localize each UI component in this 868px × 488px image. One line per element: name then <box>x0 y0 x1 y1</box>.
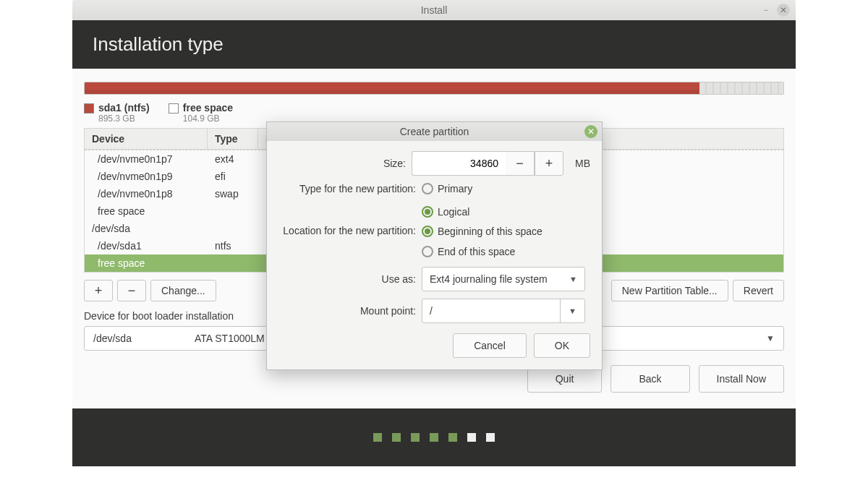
mount-point-label: Mount point: <box>278 305 416 317</box>
back-button[interactable]: Back <box>610 365 689 393</box>
revert-button[interactable]: Revert <box>733 280 784 301</box>
legend-swatch-free <box>169 103 179 114</box>
close-icon[interactable]: ✕ <box>777 4 790 17</box>
create-partition-dialog: Create partition ✕ Size: − + MB Type for… <box>266 121 603 370</box>
dialog-close-icon[interactable]: ✕ <box>584 125 597 138</box>
disk-legend: sda1 (ntfs) 895.3 GB free space 104.9 GB <box>84 102 784 124</box>
col-device[interactable]: Device <box>85 129 208 149</box>
radio-icon <box>422 183 433 194</box>
dialog-title: Create partition <box>400 126 469 137</box>
window-title: Install <box>421 4 448 16</box>
disk-usage-bar <box>84 82 784 95</box>
window-titlebar: Install − ✕ <box>72 0 796 20</box>
pager-dot[interactable] <box>486 433 495 442</box>
page-heading: Installation type <box>72 20 796 69</box>
mount-point-combo[interactable]: / ▼ <box>422 299 585 323</box>
install-now-button[interactable]: Install Now <box>699 365 784 393</box>
dialog-ok-button[interactable]: OK <box>534 333 590 358</box>
legend-free-label: free space <box>183 102 233 114</box>
radio-icon <box>422 246 433 257</box>
legend-swatch-used <box>84 103 94 114</box>
radio-location-end[interactable]: End of this space <box>422 246 515 257</box>
wizard-pager <box>72 408 796 466</box>
pager-dot[interactable] <box>392 433 401 442</box>
disk-used-segment <box>85 82 699 94</box>
chevron-down-icon: ▼ <box>766 333 775 343</box>
pager-dot[interactable] <box>430 433 438 442</box>
radio-primary[interactable]: Primary <box>422 183 472 194</box>
radio-icon <box>422 226 433 237</box>
chevron-down-icon: ▼ <box>569 307 576 315</box>
use-as-select[interactable]: Ext4 journaling file system ▼ <box>422 267 585 291</box>
remove-partition-button[interactable]: − <box>117 280 146 301</box>
partition-type-label: Type for the new partition: <box>278 183 416 194</box>
size-increment-button[interactable]: + <box>535 151 563 176</box>
partition-location-label: Location for the new partition: <box>278 225 416 236</box>
legend-used-label: sda1 (ntfs) <box>98 102 150 114</box>
minimize-icon[interactable]: − <box>760 4 773 17</box>
pager-dot[interactable] <box>467 433 476 442</box>
add-partition-button[interactable]: + <box>84 280 113 301</box>
new-partition-table-button[interactable]: New Partition Table... <box>611 280 728 301</box>
chevron-down-icon: ▼ <box>569 275 577 283</box>
radio-icon <box>422 206 433 218</box>
radio-location-begin[interactable]: Beginning of this space <box>422 226 542 237</box>
pager-dot[interactable] <box>373 433 382 442</box>
legend-free-size: 104.9 GB <box>183 114 233 124</box>
dialog-cancel-button[interactable]: Cancel <box>453 333 527 358</box>
pager-dot[interactable] <box>448 433 457 442</box>
radio-logical[interactable]: Logical <box>422 206 469 218</box>
size-label: Size: <box>278 158 406 169</box>
size-input[interactable] <box>412 151 506 176</box>
change-partition-button[interactable]: Change... <box>150 280 216 301</box>
disk-free-segment <box>699 82 783 94</box>
size-decrement-button[interactable]: − <box>506 151 535 176</box>
col-type[interactable]: Type <box>208 129 258 149</box>
size-unit: MB <box>575 158 590 169</box>
use-as-label: Use as: <box>278 273 416 285</box>
legend-used-size: 895.3 GB <box>98 114 150 124</box>
pager-dot[interactable] <box>411 433 420 442</box>
